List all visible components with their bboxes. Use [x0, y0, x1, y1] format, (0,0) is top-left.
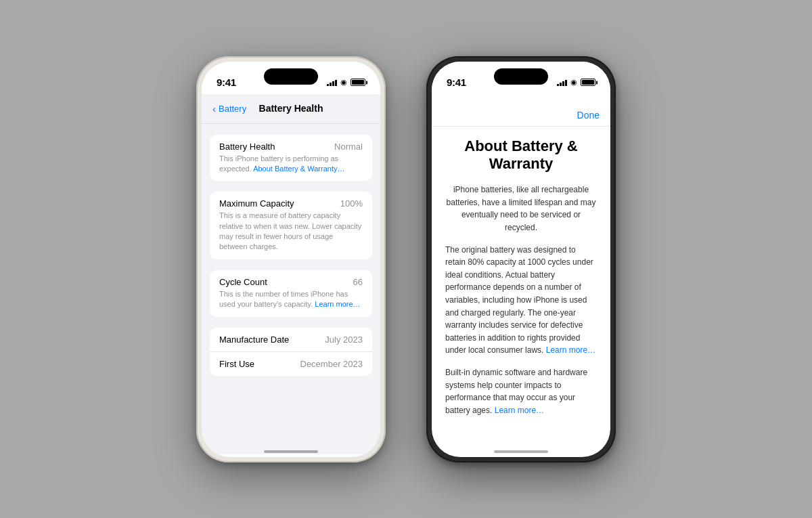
iphone-right: 9:41 ◉ Done About Battery & Warranty — [426, 56, 616, 462]
about-para1: iPhone batteries, like all rechargeable … — [445, 184, 597, 234]
content-left: Battery Health Normal This iPhone batter… — [202, 124, 380, 454]
battery-health-row: Battery Health Normal This iPhone batter… — [210, 135, 372, 181]
battery-icon-left — [351, 79, 365, 86]
cycle-learn-more-link[interactable]: Learn more… — [315, 300, 360, 308]
cycle-count-row-header: Cycle Count 66 — [219, 277, 363, 287]
status-time-left: 9:41 — [217, 77, 236, 88]
cycle-count-value: 66 — [353, 277, 363, 287]
dates-section: Manufacture Date July 2023 First Use Dec… — [210, 328, 372, 376]
signal-icon-right — [557, 79, 567, 86]
battery-fill-right — [582, 80, 594, 85]
manufacture-date-label: Manufacture Date — [219, 334, 289, 345]
dynamic-island-right — [494, 68, 548, 85]
cycle-count-desc: This is the number of times iPhone has u… — [219, 289, 363, 310]
aging-learn-more-link[interactable]: Learn more… — [495, 406, 544, 415]
back-button-left[interactable]: ‹ Battery — [212, 103, 246, 114]
cycle-count-section: Cycle Count 66 This is the number of tim… — [210, 270, 372, 317]
max-capacity-section: Maximum Capacity 100% This is a measure … — [210, 192, 372, 259]
max-capacity-value: 100% — [340, 198, 363, 209]
about-para2: The original battery was designed to ret… — [445, 244, 597, 357]
battery-health-section: Battery Health Normal This iPhone batter… — [210, 135, 372, 181]
battery-fill-left — [352, 80, 364, 85]
max-capacity-desc: This is a measure of battery capacity re… — [219, 211, 363, 253]
back-label-left[interactable]: Battery — [219, 104, 246, 114]
iphone-left: 9:41 ◉ ‹ Battery Battery Hea — [196, 56, 386, 462]
nav-bar-left: ‹ Battery Battery Health — [202, 94, 380, 124]
battery-health-desc: This iPhone battery is performing as exp… — [219, 154, 363, 175]
about-title: About Battery & Warranty — [445, 137, 597, 173]
battery-icon-right — [581, 79, 595, 86]
max-capacity-label: Maximum Capacity — [219, 198, 294, 209]
first-use-label: First Use — [219, 359, 254, 369]
manufacture-date-value: July 2023 — [325, 334, 363, 345]
home-indicator-right — [494, 450, 548, 453]
about-content: About Battery & Warranty iPhone batterie… — [432, 127, 610, 437]
status-bar-left: 9:41 ◉ — [202, 62, 380, 94]
battery-health-value: Normal — [334, 142, 363, 152]
max-capacity-row: Maximum Capacity 100% This is a measure … — [210, 192, 372, 259]
cycle-count-row: Cycle Count 66 This is the number of tim… — [210, 270, 372, 317]
warranty-learn-more-link[interactable]: Learn more… — [546, 345, 595, 355]
battery-health-row-header: Battery Health Normal — [219, 142, 363, 152]
wifi-icon-left: ◉ — [340, 78, 347, 87]
wifi-icon-right: ◉ — [570, 78, 577, 87]
done-button[interactable]: Done — [577, 110, 600, 121]
nav-title-left: Battery Health — [259, 103, 323, 114]
status-bar-right: 9:41 ◉ — [432, 62, 610, 94]
about-nav: Done — [432, 94, 610, 127]
signal-icon-left — [327, 79, 337, 86]
status-icons-right: ◉ — [557, 78, 595, 87]
battery-health-label: Battery Health — [219, 142, 275, 152]
iphone-right-screen: 9:41 ◉ Done About Battery & Warranty — [432, 62, 610, 457]
first-use-value: December 2023 — [300, 359, 363, 369]
iphone-left-screen: 9:41 ◉ ‹ Battery Battery Hea — [202, 62, 380, 457]
about-para3: Built-in dynamic software and hardware s… — [445, 366, 597, 416]
status-time-right: 9:41 — [447, 77, 466, 88]
manufacture-date-row: Manufacture Date July 2023 — [210, 328, 372, 352]
home-indicator-left — [264, 450, 318, 453]
max-capacity-row-header: Maximum Capacity 100% — [219, 198, 363, 209]
first-use-row: First Use December 2023 — [210, 352, 372, 376]
cycle-count-label: Cycle Count — [219, 277, 267, 287]
dynamic-island-left — [264, 68, 318, 85]
back-chevron-left: ‹ — [212, 103, 216, 114]
about-battery-link[interactable]: About Battery & Warranty… — [253, 165, 344, 173]
status-icons-left: ◉ — [327, 78, 365, 87]
